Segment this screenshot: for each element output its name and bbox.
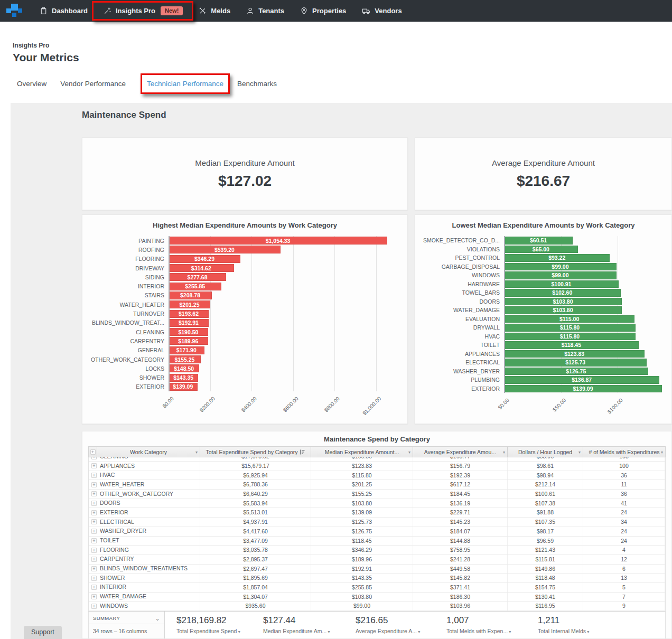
bar[interactable]: $60.51 xyxy=(504,237,573,245)
expand-row-icon[interactable]: + xyxy=(91,548,97,553)
summary-stat-label[interactable]: Total Melds with Expen... ▾ xyxy=(446,628,534,634)
bar[interactable]: $125.73 xyxy=(504,359,647,367)
bar[interactable]: $115.80 xyxy=(504,324,636,332)
expand-row-icon[interactable]: + xyxy=(91,510,97,515)
bar[interactable]: $115.00 xyxy=(504,315,634,323)
bar[interactable]: $277.68 xyxy=(169,273,226,281)
table-row[interactable]: +EXTERIOR$5,513.01$139.09$229.71$91.8824 xyxy=(89,508,665,518)
expand-row-icon[interactable]: + xyxy=(91,482,97,487)
bar[interactable]: $99.00 xyxy=(504,271,617,279)
column-menu-icon[interactable]: ▾ xyxy=(408,449,410,454)
table-row[interactable]: +WATER_HEATER$6,788.36$201.25$617.12$212… xyxy=(89,480,665,490)
expand-row-icon[interactable]: + xyxy=(91,594,97,599)
bar[interactable]: $190.50 xyxy=(169,328,208,336)
bar[interactable]: $118.45 xyxy=(504,341,639,349)
expand-row-icon[interactable]: + xyxy=(91,576,97,581)
bar[interactable]: $103.80 xyxy=(504,298,622,306)
bar[interactable]: $539.20 xyxy=(169,246,281,253)
column-header-work-category[interactable]: Work Category ▾ xyxy=(97,447,200,457)
expand-row-icon[interactable]: + xyxy=(91,457,97,459)
column-header-total-expenditure[interactable]: Total Expenditure Spend by Category xyxy=(200,447,311,457)
tab-benchmarks[interactable]: Benchmarks xyxy=(237,78,277,90)
table-row[interactable]: +FLOORING$3,035.78$346.29$758.95$121.434 xyxy=(89,546,665,555)
summary-stat-label[interactable]: Median Expenditure Am... ▾ xyxy=(263,628,351,634)
bar[interactable]: $136.87 xyxy=(504,376,659,384)
table-row[interactable]: +SHOWER$1,895.69$143.35$145.82$118.4813 xyxy=(89,574,665,583)
column-menu-icon[interactable]: ▾ xyxy=(578,449,581,454)
dropdown-icon[interactable]: ▾ xyxy=(586,629,589,634)
expand-row-icon[interactable]: + xyxy=(91,557,97,562)
bar[interactable]: $102.60 xyxy=(504,289,621,297)
column-menu-icon[interactable]: ▾ xyxy=(661,449,663,454)
dropdown-icon[interactable]: ▾ xyxy=(417,629,420,634)
summary-stat-label[interactable]: Total Expenditure Spend ▾ xyxy=(176,628,259,634)
nav-item-insights-pro[interactable]: Insights Pro New! xyxy=(96,0,191,22)
support-button[interactable]: Support xyxy=(24,626,62,639)
bar[interactable]: $148.50 xyxy=(169,364,199,372)
dropdown-icon[interactable]: ▾ xyxy=(237,629,240,634)
bar[interactable]: $139.09 xyxy=(169,383,198,391)
bar[interactable]: $314.62 xyxy=(169,264,234,272)
table-row[interactable]: +CLEANING$17,573.82$190.50$168.77$83.961… xyxy=(89,457,665,462)
chevron-down-icon[interactable]: ⌄ xyxy=(155,616,160,621)
expand-row-icon[interactable]: + xyxy=(91,501,97,506)
summary-panel[interactable]: SUMMARY ⌄ 34 rows – 16 columns xyxy=(89,612,165,638)
bar[interactable]: $346.29 xyxy=(169,255,240,263)
table-row[interactable]: +DOORS$5,583.94$103.80$136.19$107.3841 xyxy=(89,499,665,509)
bar[interactable]: $143.35 xyxy=(169,374,198,382)
bar[interactable]: $255.85 xyxy=(169,283,221,290)
summary-stat-label[interactable]: Total Internal Melds ▾ xyxy=(538,628,589,634)
bar[interactable]: $1,054.33 xyxy=(169,237,387,245)
summary-stat-label[interactable]: Average Expenditure A... ▾ xyxy=(356,628,442,634)
property-meld-logo[interactable] xyxy=(5,3,23,19)
nav-item-tenants[interactable]: Tenants xyxy=(238,0,292,22)
bar[interactable]: $123.83 xyxy=(504,350,645,358)
table-row[interactable]: +HVAC$6,925.94$115.80$192.39$98.9436 xyxy=(89,471,665,481)
bar[interactable]: $93.22 xyxy=(504,254,610,262)
nav-item-dashboard[interactable]: Dashboard xyxy=(32,0,96,22)
expand-row-icon[interactable]: + xyxy=(91,538,97,543)
dropdown-icon[interactable]: ▾ xyxy=(326,629,330,634)
table-row[interactable]: +TOILET$3,477.09$118.45$144.88$96.5924 xyxy=(89,537,665,546)
table-row[interactable]: +WASHER_DRYER$4,417.60$126.75$184.07$98.… xyxy=(89,527,665,537)
tab-overview[interactable]: Overview xyxy=(17,78,46,90)
nav-item-properties[interactable]: Properties xyxy=(292,0,354,22)
bar[interactable]: $126.75 xyxy=(504,368,648,375)
expand-row-icon[interactable]: + xyxy=(91,529,97,534)
bar[interactable]: $100.91 xyxy=(504,280,619,288)
table-row[interactable]: +ELECTRICAL$4,937.91$125.73$145.23$107.3… xyxy=(89,518,665,527)
bar[interactable]: $115.80 xyxy=(504,333,636,341)
expand-row-icon[interactable]: + xyxy=(91,519,97,524)
expand-all-header[interactable]: + xyxy=(89,447,97,457)
bar[interactable]: $99.00 xyxy=(504,263,617,271)
table-row[interactable]: +INTERIOR$1,857.04$255.85$371.41$154.755 xyxy=(89,583,665,593)
table-row[interactable]: +OTHER_WORK_CATEGORY$6,640.29$155.25$184… xyxy=(89,490,665,499)
expand-row-icon[interactable]: + xyxy=(91,463,97,468)
bar[interactable]: $103.80 xyxy=(504,306,622,314)
table-row[interactable]: +CARPENTRY$2,895.37$189.96$241.28$115.81… xyxy=(89,555,665,565)
column-header-dollars-per-hour[interactable]: Dollars / Hour Logged ▾ xyxy=(508,447,583,457)
expand-row-icon[interactable]: + xyxy=(91,566,97,571)
bar[interactable]: $208.78 xyxy=(169,292,212,299)
table-row[interactable]: +APPLIANCES$15,679.17$123.83$156.79$98.6… xyxy=(89,462,665,471)
table-row[interactable]: +WATER_DAMAGE$1,304.07$103.80$186.30$130… xyxy=(89,593,665,602)
bar[interactable]: $65.00 xyxy=(504,246,578,253)
tab-technician-performance[interactable]: Technician Performance xyxy=(147,78,223,90)
column-menu-icon[interactable]: ▾ xyxy=(503,449,505,454)
expand-row-icon[interactable]: + xyxy=(91,473,97,478)
nav-item-melds[interactable]: Melds xyxy=(191,0,238,22)
table-row[interactable]: +BLINDS_WINDOW_TREATMENTS$2,697.47$192.9… xyxy=(89,565,665,574)
expand-row-icon[interactable]: + xyxy=(91,585,97,590)
bar[interactable]: $139.09 xyxy=(504,385,662,393)
column-header-median-expenditure[interactable]: Median Expenditure Amount... ▾ xyxy=(311,447,413,457)
tab-vendor-performance[interactable]: Vendor Performance xyxy=(60,78,126,90)
bar[interactable]: $171.90 xyxy=(169,346,204,354)
bar[interactable]: $193.62 xyxy=(169,310,209,318)
table-row[interactable]: +WINDOWS$935.60$99.00$103.96$116.959 xyxy=(89,602,665,611)
bar[interactable]: $155.25 xyxy=(169,355,201,363)
expand-row-icon[interactable]: + xyxy=(91,604,97,609)
expand-row-icon[interactable]: + xyxy=(91,491,97,496)
column-menu-icon[interactable]: ▾ xyxy=(195,449,198,454)
column-header-average-expenditure[interactable]: Average Expenditure Amou... ▾ xyxy=(413,447,508,457)
dropdown-icon[interactable]: ▾ xyxy=(508,629,511,634)
